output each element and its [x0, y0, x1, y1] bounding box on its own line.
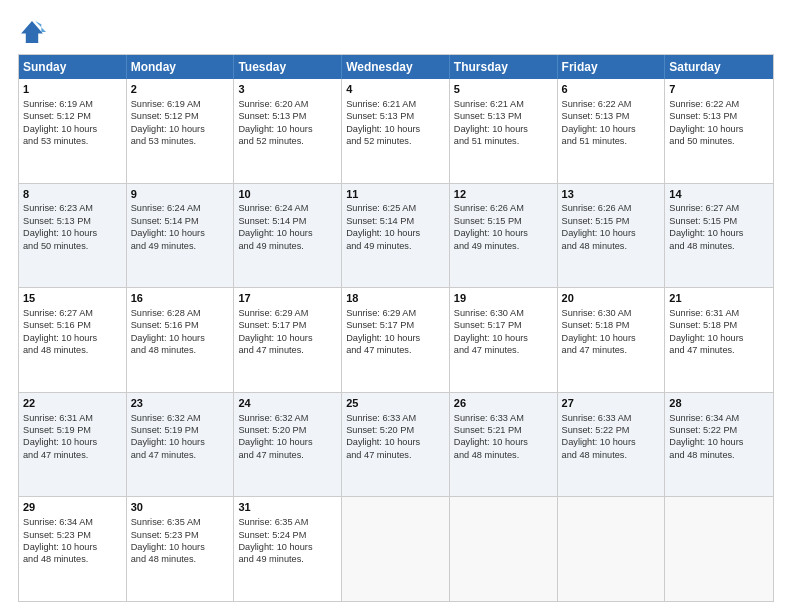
day-info-line: Sunrise: 6:21 AM: [346, 98, 445, 110]
day-info-line: Sunrise: 6:24 AM: [131, 202, 230, 214]
day-info-line: and 48 minutes.: [562, 449, 661, 461]
day-info-line: Sunrise: 6:34 AM: [669, 412, 769, 424]
day-info-line: Sunset: 5:18 PM: [669, 319, 769, 331]
day-info-line: Sunrise: 6:22 AM: [562, 98, 661, 110]
calendar-cell: 28Sunrise: 6:34 AMSunset: 5:22 PMDayligh…: [665, 393, 773, 497]
calendar-cell: 18Sunrise: 6:29 AMSunset: 5:17 PMDayligh…: [342, 288, 450, 392]
day-info-line: Daylight: 10 hours: [346, 332, 445, 344]
day-info-line: Sunset: 5:15 PM: [454, 215, 553, 227]
day-number: 28: [669, 396, 769, 411]
day-info-line: Daylight: 10 hours: [238, 436, 337, 448]
day-info-line: and 47 minutes.: [454, 344, 553, 356]
day-info-line: Sunset: 5:13 PM: [669, 110, 769, 122]
week-row-3: 15Sunrise: 6:27 AMSunset: 5:16 PMDayligh…: [19, 287, 773, 392]
day-number: 14: [669, 187, 769, 202]
calendar-cell: 30Sunrise: 6:35 AMSunset: 5:23 PMDayligh…: [127, 497, 235, 601]
calendar-cell: [450, 497, 558, 601]
day-info-line: Sunrise: 6:23 AM: [23, 202, 122, 214]
day-info-line: and 48 minutes.: [669, 240, 769, 252]
day-info-line: Daylight: 10 hours: [346, 436, 445, 448]
day-number: 3: [238, 82, 337, 97]
day-info-line: Sunset: 5:14 PM: [346, 215, 445, 227]
calendar-cell: 5Sunrise: 6:21 AMSunset: 5:13 PMDaylight…: [450, 79, 558, 183]
day-info-line: Sunrise: 6:34 AM: [23, 516, 122, 528]
day-info-line: Sunset: 5:14 PM: [131, 215, 230, 227]
day-number: 1: [23, 82, 122, 97]
day-info-line: Daylight: 10 hours: [238, 227, 337, 239]
calendar-cell: 12Sunrise: 6:26 AMSunset: 5:15 PMDayligh…: [450, 184, 558, 288]
calendar-cell: 23Sunrise: 6:32 AMSunset: 5:19 PMDayligh…: [127, 393, 235, 497]
day-number: 25: [346, 396, 445, 411]
day-info-line: and 53 minutes.: [23, 135, 122, 147]
calendar-cell: 22Sunrise: 6:31 AMSunset: 5:19 PMDayligh…: [19, 393, 127, 497]
logo: [18, 18, 50, 46]
day-info-line: Daylight: 10 hours: [346, 227, 445, 239]
day-info-line: Sunset: 5:18 PM: [562, 319, 661, 331]
day-number: 6: [562, 82, 661, 97]
day-number: 7: [669, 82, 769, 97]
day-number: 26: [454, 396, 553, 411]
day-info-line: and 49 minutes.: [131, 240, 230, 252]
header-tuesday: Tuesday: [234, 55, 342, 79]
day-number: 17: [238, 291, 337, 306]
day-info-line: Daylight: 10 hours: [131, 227, 230, 239]
day-info-line: Daylight: 10 hours: [238, 541, 337, 553]
day-info-line: Sunrise: 6:26 AM: [562, 202, 661, 214]
day-number: 29: [23, 500, 122, 515]
day-info-line: Daylight: 10 hours: [669, 436, 769, 448]
day-number: 4: [346, 82, 445, 97]
day-number: 31: [238, 500, 337, 515]
day-info-line: Daylight: 10 hours: [346, 123, 445, 135]
day-info-line: and 47 minutes.: [669, 344, 769, 356]
day-info-line: and 48 minutes.: [131, 553, 230, 565]
day-info-line: Sunrise: 6:27 AM: [23, 307, 122, 319]
day-number: 20: [562, 291, 661, 306]
calendar-cell: 4Sunrise: 6:21 AMSunset: 5:13 PMDaylight…: [342, 79, 450, 183]
day-info-line: Daylight: 10 hours: [454, 436, 553, 448]
header-sunday: Sunday: [19, 55, 127, 79]
day-info-line: Sunrise: 6:22 AM: [669, 98, 769, 110]
calendar-cell: 31Sunrise: 6:35 AMSunset: 5:24 PMDayligh…: [234, 497, 342, 601]
day-info-line: Sunrise: 6:31 AM: [23, 412, 122, 424]
calendar-cell: 24Sunrise: 6:32 AMSunset: 5:20 PMDayligh…: [234, 393, 342, 497]
day-info-line: Sunset: 5:17 PM: [346, 319, 445, 331]
header-wednesday: Wednesday: [342, 55, 450, 79]
calendar-cell: 8Sunrise: 6:23 AMSunset: 5:13 PMDaylight…: [19, 184, 127, 288]
day-info-line: Daylight: 10 hours: [669, 332, 769, 344]
day-info-line: and 50 minutes.: [669, 135, 769, 147]
day-number: 22: [23, 396, 122, 411]
day-info-line: Sunrise: 6:35 AM: [238, 516, 337, 528]
day-info-line: Sunset: 5:24 PM: [238, 529, 337, 541]
day-info-line: Daylight: 10 hours: [131, 332, 230, 344]
day-number: 15: [23, 291, 122, 306]
page: Sunday Monday Tuesday Wednesday Thursday…: [0, 0, 792, 612]
day-info-line: and 48 minutes.: [562, 240, 661, 252]
day-info-line: and 49 minutes.: [346, 240, 445, 252]
day-info-line: Sunrise: 6:27 AM: [669, 202, 769, 214]
week-row-5: 29Sunrise: 6:34 AMSunset: 5:23 PMDayligh…: [19, 496, 773, 601]
day-info-line: and 47 minutes.: [346, 449, 445, 461]
day-info-line: Sunset: 5:13 PM: [23, 215, 122, 227]
day-number: 10: [238, 187, 337, 202]
day-number: 21: [669, 291, 769, 306]
day-info-line: and 51 minutes.: [454, 135, 553, 147]
day-info-line: Daylight: 10 hours: [669, 227, 769, 239]
day-number: 8: [23, 187, 122, 202]
calendar-cell: 6Sunrise: 6:22 AMSunset: 5:13 PMDaylight…: [558, 79, 666, 183]
day-info-line: Sunset: 5:15 PM: [669, 215, 769, 227]
week-row-4: 22Sunrise: 6:31 AMSunset: 5:19 PMDayligh…: [19, 392, 773, 497]
day-info-line: Sunrise: 6:33 AM: [562, 412, 661, 424]
day-info-line: Sunrise: 6:28 AM: [131, 307, 230, 319]
day-info-line: Daylight: 10 hours: [23, 227, 122, 239]
calendar-cell: 14Sunrise: 6:27 AMSunset: 5:15 PMDayligh…: [665, 184, 773, 288]
day-info-line: Sunrise: 6:29 AM: [238, 307, 337, 319]
day-info-line: Daylight: 10 hours: [131, 541, 230, 553]
week-row-1: 1Sunrise: 6:19 AMSunset: 5:12 PMDaylight…: [19, 79, 773, 183]
day-number: 23: [131, 396, 230, 411]
calendar-cell: 11Sunrise: 6:25 AMSunset: 5:14 PMDayligh…: [342, 184, 450, 288]
day-info-line: Sunset: 5:16 PM: [131, 319, 230, 331]
day-number: 11: [346, 187, 445, 202]
day-number: 30: [131, 500, 230, 515]
day-info-line: Daylight: 10 hours: [562, 123, 661, 135]
day-info-line: Sunset: 5:20 PM: [346, 424, 445, 436]
